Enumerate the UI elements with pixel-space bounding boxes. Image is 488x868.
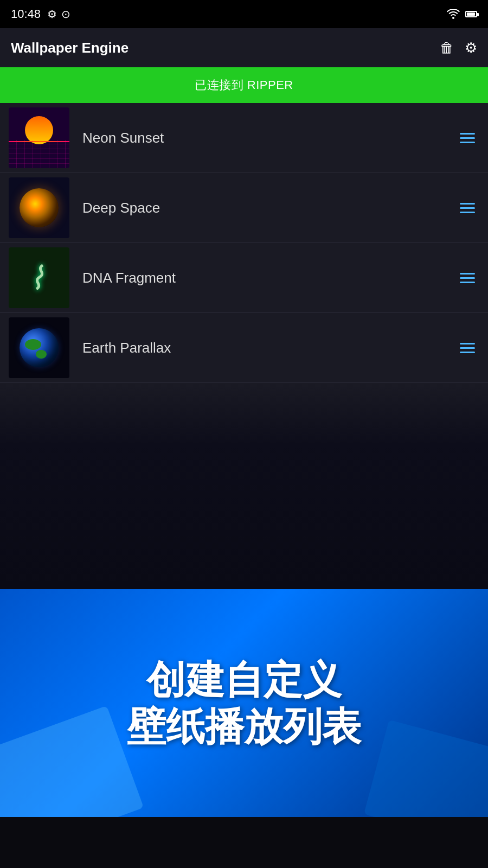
wallpaper-name: Neon Sunset [69, 130, 455, 146]
connection-banner: 已连接到 RIPPER [0, 67, 488, 103]
promo-banner[interactable]: 创建自定义 壁纸播放列表 [0, 589, 488, 817]
app-bar: Wallpaper Engine 🗑 ⚙ [0, 28, 488, 67]
promo-text: 创建自定义 壁纸播放列表 [127, 656, 361, 750]
screenshot-status-icon: ⊙ [61, 8, 70, 21]
settings-status-icon: ⚙ [47, 8, 57, 21]
list-item[interactable]: Deep Space [0, 173, 488, 243]
wallpaper-list: Neon Sunset Deep Space ⌇ DNA Fragment [0, 103, 488, 383]
list-item[interactable]: ⌇ DNA Fragment [0, 243, 488, 313]
status-right [447, 9, 477, 19]
status-time: 10:48 [11, 7, 41, 21]
wallpaper-name: Deep Space [69, 200, 455, 216]
battery-icon [465, 11, 477, 17]
menu-icon[interactable] [455, 129, 479, 148]
status-bar: 10:48 ⚙ ⊙ [0, 0, 488, 28]
wifi-icon [447, 9, 460, 19]
wallpaper-thumbnail-neon-sunset [9, 107, 69, 168]
wallpaper-name: Earth Parallax [69, 340, 455, 356]
app-bar-actions: 🗑 ⚙ [440, 40, 477, 56]
menu-icon[interactable] [455, 199, 479, 218]
wallpaper-thumbnail-earth [9, 317, 69, 378]
delete-button[interactable]: 🗑 [440, 40, 454, 56]
wallpaper-thumbnail-deep-space [9, 177, 69, 238]
promo-label: 创建自定义 壁纸播放列表 [127, 658, 361, 748]
menu-icon[interactable] [455, 339, 479, 358]
list-item[interactable]: Neon Sunset [0, 103, 488, 173]
empty-area [0, 383, 488, 589]
wallpaper-thumbnail-dna: ⌇ [9, 247, 69, 308]
status-left: 10:48 ⚙ ⊙ [11, 7, 70, 21]
connection-text: 已连接到 RIPPER [195, 78, 293, 92]
list-item[interactable]: Earth Parallax [0, 313, 488, 383]
wallpaper-name: DNA Fragment [69, 270, 455, 286]
app-title: Wallpaper Engine [11, 40, 129, 56]
settings-button[interactable]: ⚙ [465, 40, 477, 56]
menu-icon[interactable] [455, 269, 479, 288]
status-icons: ⚙ ⊙ [47, 8, 70, 21]
